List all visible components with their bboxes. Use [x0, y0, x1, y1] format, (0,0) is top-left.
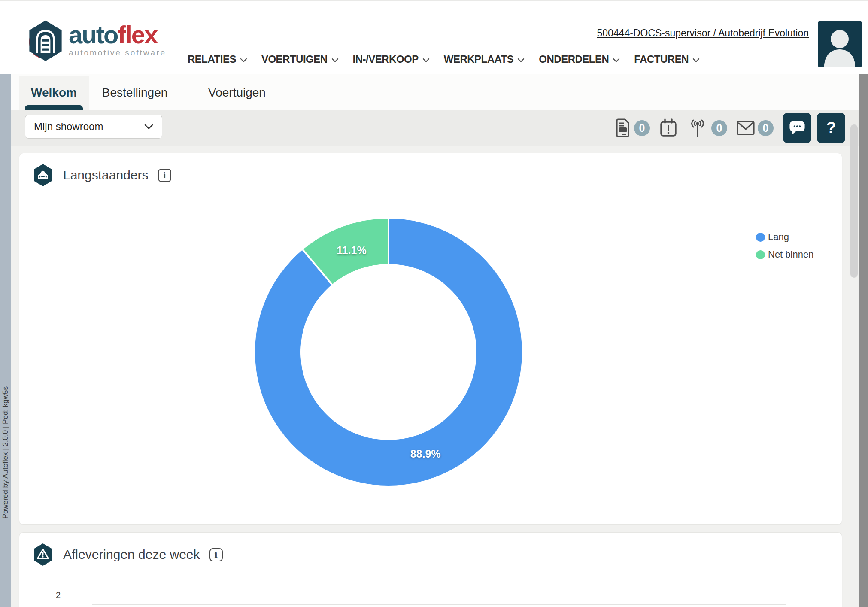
user-account-link[interactable]: 500444-DOCS-supervisor / Autobedrijf Evo… — [597, 27, 809, 39]
help-button[interactable]: ? — [817, 113, 845, 143]
langstaanders-donut-chart: 88.9%11.1% Lang Net binnen — [19, 153, 842, 524]
nav-item-in-verkoop[interactable]: IN-/VERKOOP — [353, 53, 430, 65]
chevron-down-icon — [517, 58, 525, 63]
counter-group: 0 — [615, 110, 845, 146]
info-icon[interactable]: i — [209, 548, 223, 561]
chevron-down-icon — [331, 58, 339, 63]
app-header: autoflex automotive software RELATIES VO… — [0, 0, 868, 74]
chevron-down-icon — [144, 124, 153, 130]
afleveringen-panel-header: Afleveringen deze week i — [32, 543, 223, 566]
tab-voertuigen[interactable]: Voertuigen — [205, 76, 269, 110]
legend-dot-lang — [756, 233, 765, 242]
afleveringen-panel: Afleveringen deze week i 2 — [19, 532, 842, 607]
chevron-down-icon — [240, 58, 247, 63]
brand-tagline: automotive software — [69, 48, 166, 58]
content-area: Welkom Bestellingen Voertuigen Mijn show… — [11, 74, 859, 607]
panel-title: Afleveringen deze week — [63, 547, 200, 562]
scrollbar-track[interactable] — [859, 74, 868, 607]
y-axis-tick: 2 — [48, 590, 61, 600]
app-root: autoflex automotive software RELATIES VO… — [0, 0, 868, 607]
document-icon[interactable] — [615, 118, 631, 138]
nav-item-relaties[interactable]: RELATIES — [188, 53, 247, 65]
user-silhouette-icon — [818, 21, 862, 67]
slice-percentage-label: 11.1% — [337, 244, 367, 256]
calendar-alert-icon[interactable] — [659, 118, 677, 137]
tab-bar: Welkom Bestellingen Voertuigen — [11, 74, 859, 110]
brand-name: autoflex — [69, 22, 166, 47]
donut-chart-svg: 88.9%11.1% — [251, 215, 526, 489]
warning-hexagon-icon — [32, 543, 54, 566]
chart-legend: Lang Net binnen — [756, 231, 813, 260]
showroom-select[interactable]: Mijn showroom — [25, 115, 162, 139]
logo-text: autoflex automotive software — [69, 20, 166, 58]
nav-item-werkplaats[interactable]: WERKPLAATS — [444, 53, 525, 65]
nav-item-voertuigen[interactable]: VOERTUIGEN — [261, 53, 339, 65]
antenna-icon[interactable] — [687, 118, 708, 137]
chevron-down-icon — [613, 58, 620, 63]
legend-dot-net-binnen — [756, 250, 765, 259]
envelope-counter-badge: 0 — [758, 120, 774, 136]
scrollbar-thumb[interactable] — [850, 124, 858, 278]
chat-bubble-icon — [789, 120, 806, 136]
avatar[interactable] — [818, 21, 862, 67]
tab-welkom[interactable]: Welkom — [19, 76, 89, 110]
envelope-icon[interactable] — [737, 121, 755, 135]
document-counter-badge: 0 — [634, 120, 650, 136]
toolbar: Mijn showroom 0 — [11, 110, 859, 146]
slice-percentage-label: 88.9% — [410, 448, 441, 460]
tab-bestellingen[interactable]: Bestellingen — [99, 76, 171, 110]
langstaanders-panel: Langstaanders i 88.9%11.1% Lang Net binn… — [19, 153, 842, 525]
autoflex-logo-icon — [27, 20, 64, 62]
nav-item-facturen[interactable]: FACTUREN — [634, 53, 700, 65]
nav-item-onderdelen[interactable]: ONDERDELEN — [539, 53, 620, 65]
legend-item-net-binnen[interactable]: Net binnen — [756, 249, 813, 260]
chevron-down-icon — [422, 58, 430, 63]
active-tab-underline — [25, 105, 83, 110]
legend-item-lang[interactable]: Lang — [756, 231, 813, 243]
chat-button[interactable] — [783, 113, 811, 143]
powered-by-strip: Powered by Autoflex | 2.0.0 | Pod: kgw5s — [0, 74, 11, 607]
autoflex-logo[interactable]: autoflex automotive software — [27, 20, 166, 62]
chevron-down-icon — [692, 58, 700, 63]
powered-by-text: Powered by Autoflex | 2.0.0 | Pod: kgw5s — [1, 386, 10, 519]
main-nav: RELATIES VOERTUIGEN IN-/VERKOOP WERKPLAA… — [188, 49, 700, 70]
antenna-counter-badge: 0 — [711, 120, 727, 136]
chart-gridline — [92, 604, 786, 605]
